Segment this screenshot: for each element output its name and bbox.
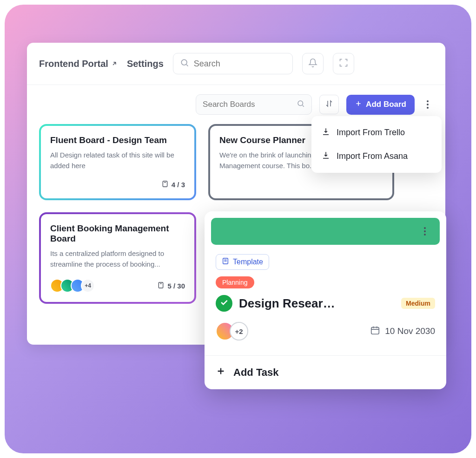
sort-icon <box>325 99 333 110</box>
settings-link[interactable]: Settings <box>127 59 164 69</box>
plus-icon <box>355 100 362 110</box>
more-options-button[interactable] <box>422 95 433 114</box>
svg-point-1 <box>298 101 303 106</box>
import-dropdown: Import From Trello Import From Asana <box>311 116 442 173</box>
template-label: Template <box>233 258 263 266</box>
board-task-count: 5 / 30 <box>157 281 185 290</box>
portal-label: Frontend Portal <box>39 59 108 69</box>
dropdown-item-label: Import From Asana <box>337 151 408 161</box>
search-icon <box>180 58 189 69</box>
plus-icon <box>216 366 226 379</box>
bell-icon <box>308 58 317 69</box>
template-icon <box>222 257 229 267</box>
board-title: Client Booking Management Board <box>50 223 185 244</box>
external-link-icon <box>111 59 118 69</box>
search-icon <box>297 99 305 110</box>
add-task-label: Add Task <box>233 366 278 379</box>
notifications-button[interactable] <box>302 53 324 74</box>
search-boards-field[interactable] <box>196 94 312 115</box>
task-due-date: 10 Nov 2030 <box>370 325 435 338</box>
template-badge[interactable]: Template <box>216 254 269 270</box>
fullscreen-icon <box>339 58 348 69</box>
search-boards-input[interactable] <box>203 100 297 109</box>
topbar: Frontend Portal Settings <box>27 43 445 85</box>
calendar-icon <box>370 325 380 338</box>
avatar-more[interactable]: +4 <box>81 279 95 293</box>
svg-point-0 <box>181 59 187 65</box>
import-asana-item[interactable]: Import From Asana <box>311 144 442 168</box>
task-more-button[interactable] <box>419 222 430 241</box>
svg-rect-5 <box>371 327 379 334</box>
add-task-button[interactable]: Add Task <box>205 355 446 389</box>
task-check-button[interactable] <box>216 295 232 312</box>
dropdown-item-label: Import From Trello <box>337 128 405 137</box>
task-avatars: +2 <box>216 322 248 340</box>
board-card[interactable]: Fluent Board - Design Team All Design re… <box>39 124 196 200</box>
svg-rect-3 <box>159 282 163 288</box>
more-vertical-icon <box>424 227 426 236</box>
clipboard-icon <box>157 281 165 290</box>
board-task-count: 4 / 3 <box>161 180 185 189</box>
task-date-value: 10 Nov 2030 <box>385 326 435 336</box>
download-icon <box>322 151 330 162</box>
settings-label: Settings <box>127 59 164 69</box>
check-icon <box>219 298 229 309</box>
add-board-button[interactable]: Add Board <box>346 95 415 115</box>
avatar-more[interactable]: +2 <box>230 322 248 340</box>
priority-badge: Medium <box>401 298 435 309</box>
frontend-portal-link[interactable]: Frontend Portal <box>39 59 118 69</box>
clipboard-icon <box>161 180 169 189</box>
board-title: Fluent Board - Design Team <box>50 135 185 145</box>
sort-button[interactable] <box>319 95 339 114</box>
board-avatars: +4 <box>50 279 95 293</box>
board-description: Its a centralized platform designed to s… <box>50 249 185 269</box>
fullscreen-button[interactable] <box>333 53 354 74</box>
download-icon <box>322 127 330 138</box>
import-trello-item[interactable]: Import From Trello <box>311 121 442 144</box>
task-header <box>211 218 440 245</box>
global-search[interactable] <box>173 53 293 74</box>
svg-rect-2 <box>163 181 167 187</box>
planning-tag[interactable]: Planning <box>216 276 254 288</box>
more-vertical-icon <box>427 100 429 109</box>
search-input[interactable] <box>194 59 286 69</box>
task-card: Template Planning Design Resear… Medium … <box>205 211 446 389</box>
task-title: Design Resear… <box>239 296 395 311</box>
board-card[interactable]: Client Booking Management Board Its a ce… <box>39 212 196 304</box>
add-board-label: Add Board <box>366 100 406 109</box>
board-description: All Design related task of this site wil… <box>50 150 185 171</box>
